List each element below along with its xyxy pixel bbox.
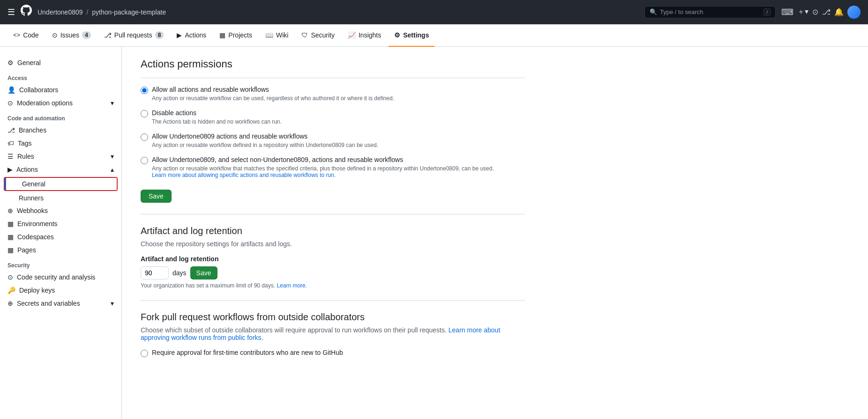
tab-pr-label: Pull requests	[114, 31, 152, 39]
sidebar-item-general[interactable]: ⚙ General	[0, 56, 121, 69]
artifact-learn-more-link[interactable]: Learn more.	[277, 282, 307, 289]
sidebar-item-branches[interactable]: ⎇ Branches	[0, 124, 121, 137]
repo-name-link[interactable]: python-package-template	[92, 8, 166, 16]
sidebar-item-secrets[interactable]: ⊕ Secrets and variables ▾	[0, 297, 121, 310]
radio-options-group: Allow all actions and reusable workflows…	[141, 86, 525, 178]
tab-projects[interactable]: ▦ Projects	[214, 24, 258, 47]
radio-allow-undertone[interactable]	[141, 133, 148, 141]
sidebar-collaborators-label: Collaborators	[19, 86, 58, 94]
chevron-right-icon: ▾	[111, 153, 114, 160]
deploy-keys-icon: 🔑	[7, 287, 15, 294]
radio-allow-all-label[interactable]: Allow all actions and reusable workflows	[152, 86, 269, 93]
repo-path: Undertone0809 / python-package-template	[37, 8, 166, 16]
rules-icon: ☰	[7, 153, 14, 160]
radio-allow-select-label[interactable]: Allow Undertone0809, and select non-Unde…	[152, 156, 403, 163]
sidebar: ⚙ General Access 👤 Collaborators ⊙ Moder…	[0, 47, 122, 419]
save-button-artifact[interactable]: Save	[190, 266, 217, 279]
search-shortcut-badge: /	[763, 8, 771, 16]
fork-icon[interactable]: ⎇	[822, 7, 831, 16]
sidebar-webhooks-label: Webhooks	[17, 207, 48, 214]
tab-code-label: Code	[23, 31, 38, 39]
tab-settings[interactable]: ⚙ Settings	[389, 24, 434, 47]
sidebar-branches-label: Branches	[19, 126, 46, 134]
sidebar-section-access: Access	[0, 69, 121, 83]
sidebar-sub-item-general[interactable]: General	[5, 178, 117, 190]
tab-issues[interactable]: ⊙ Issues 4	[46, 24, 97, 47]
sidebar-code-security-label: Code security and analysis	[17, 273, 95, 281]
search-icon: 🔍	[650, 8, 657, 15]
inbox-icon[interactable]: 🔔	[834, 7, 844, 16]
radio-allow-select[interactable]	[141, 157, 148, 164]
radio-fork-first-time[interactable]	[141, 350, 148, 357]
hamburger-icon[interactable]: ☰	[7, 7, 15, 17]
tab-code[interactable]: <> Code	[7, 24, 45, 47]
sidebar-sub-item-runners[interactable]: Runners	[0, 192, 121, 204]
radio-allow-select-desc: Any action or reusable workflow that mat…	[152, 165, 525, 178]
sidebar-actions-label: Actions	[16, 166, 38, 173]
sidebar-item-rules[interactable]: ☰ Rules ▾	[0, 150, 121, 163]
sidebar-item-environments[interactable]: ▦ Environments	[0, 217, 121, 230]
chevron-down-icon: ▾	[111, 99, 114, 107]
page-title: Actions permissions	[141, 58, 525, 78]
terminal-icon[interactable]: ⌨	[781, 7, 793, 17]
projects-icon: ▦	[219, 31, 225, 39]
sidebar-rules-label: Rules	[17, 153, 34, 160]
insights-icon: 📈	[348, 31, 356, 39]
artifact-title: Artifact and log retention	[141, 226, 525, 236]
tab-projects-label: Projects	[228, 31, 252, 39]
tab-wiki[interactable]: 📖 Wiki	[260, 24, 294, 47]
webhooks-icon: ⊕	[7, 207, 13, 214]
radio-allow-undertone-desc: Any action or reusable workflow defined …	[152, 142, 525, 148]
tab-insights[interactable]: 📈 Insights	[342, 24, 387, 47]
avatar[interactable]	[847, 6, 861, 19]
fork-radio-option: Require approval for first-time contribu…	[141, 349, 525, 357]
sidebar-tags-label: Tags	[18, 140, 32, 147]
retention-note-text: Your organization has set a maximum limi…	[141, 282, 275, 289]
radio-option-allow-undertone: Allow Undertone0809 actions and reusable…	[141, 132, 525, 148]
tab-actions[interactable]: ▶ Actions	[171, 24, 212, 47]
sidebar-item-moderation[interactable]: ⊙ Moderation options ▾	[0, 96, 121, 110]
security-icon: 🛡	[301, 31, 308, 39]
save-button-permissions[interactable]: Save	[141, 190, 172, 203]
sidebar-environments-label: Environments	[17, 220, 58, 228]
repo-owner-link[interactable]: Undertone0809	[37, 8, 83, 16]
radio-disable-label[interactable]: Disable actions	[152, 109, 196, 117]
secrets-icon: ⊕	[7, 300, 13, 307]
issues-badge: 4	[82, 31, 91, 39]
sidebar-item-code-security[interactable]: ⊙ Code security and analysis	[0, 271, 121, 284]
tab-security-label: Security	[311, 31, 335, 39]
search-input[interactable]	[660, 8, 761, 15]
chevron-up-icon: ▴	[111, 166, 114, 173]
sidebar-codespaces-label: Codespaces	[17, 233, 54, 241]
sidebar-item-webhooks[interactable]: ⊕ Webhooks	[0, 204, 121, 217]
artifact-field-label: Artifact and log retention	[141, 255, 525, 263]
sidebar-item-pages[interactable]: ▦ Pages	[0, 243, 121, 257]
branches-icon: ⎇	[7, 126, 15, 134]
tab-pull-requests[interactable]: ⎇ Pull requests 8	[98, 24, 170, 47]
radio-fork-first-time-label[interactable]: Require approval for first-time contribu…	[152, 349, 343, 356]
sidebar-item-collaborators[interactable]: 👤 Collaborators	[0, 83, 121, 96]
radio-allow-select-learn-more[interactable]: Learn more about allowing specific actio…	[152, 172, 336, 178]
issues-icon: ⊙	[52, 31, 58, 39]
sidebar-item-tags[interactable]: 🏷 Tags	[0, 137, 121, 150]
environments-icon: ▦	[7, 220, 14, 228]
search-box[interactable]: 🔍 /	[644, 6, 776, 18]
sidebar-item-deploy-keys[interactable]: 🔑 Deploy keys	[0, 284, 121, 297]
sidebar-item-actions[interactable]: ▶ Actions ▴	[0, 163, 121, 176]
sidebar-moderation-label: Moderation options	[17, 99, 73, 107]
plus-dropdown[interactable]: ＋▾	[797, 7, 808, 17]
sidebar-item-codespaces[interactable]: ▦ Codespaces	[0, 230, 121, 243]
retention-input[interactable]	[141, 266, 169, 279]
settings-icon: ⚙	[394, 31, 400, 39]
radio-allow-all[interactable]	[141, 87, 148, 94]
tab-security[interactable]: 🛡 Security	[296, 24, 340, 47]
fork-title: Fork pull request workflows from outside…	[141, 312, 525, 323]
radio-allow-undertone-label[interactable]: Allow Undertone0809 actions and reusable…	[152, 132, 307, 140]
retention-suffix: days	[172, 269, 187, 277]
pr-icon: ⎇	[104, 31, 112, 39]
path-separator: /	[86, 8, 88, 16]
activity-icon[interactable]: ⊙	[812, 7, 818, 16]
radio-disable-actions[interactable]	[141, 110, 148, 118]
retention-row: days Save	[141, 266, 525, 279]
radio-option-allow-all: Allow all actions and reusable workflows…	[141, 86, 525, 102]
